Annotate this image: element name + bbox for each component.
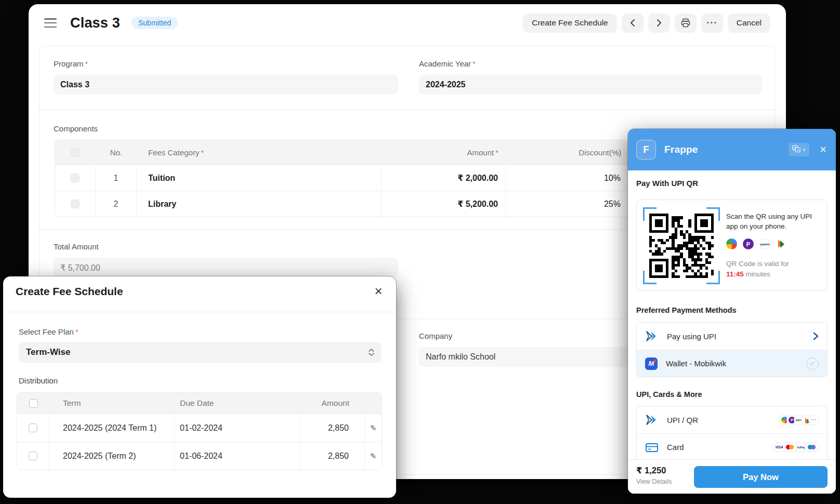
academic-year-field[interactable]: 2024-2025	[419, 75, 762, 95]
qr-finder	[694, 214, 714, 233]
upi-icon	[645, 330, 659, 342]
bhim-icon	[776, 238, 787, 249]
row-checkbox[interactable]	[29, 423, 37, 432]
edit-row-button[interactable]: ✎	[365, 414, 382, 442]
phonepe-icon: P	[743, 238, 754, 249]
upi-cards-more-list: UPI / QR P paytm ··· Card VISA RuPay	[636, 406, 828, 461]
fee-plan-select[interactable]: Term-Wise	[19, 342, 382, 363]
distribution-table: Term Due Date Amount 2024-2025 (2024 Ter…	[17, 392, 382, 470]
select-all-checkbox[interactable]	[71, 148, 80, 157]
paytm-icon: paytm	[759, 238, 770, 249]
col-due-date: Due Date	[175, 393, 300, 414]
svg-text:A: A	[796, 148, 799, 152]
mobikwik-icon: M	[645, 357, 658, 370]
qr-finder	[649, 214, 668, 233]
screen: Class 3 Submitted Create Fee Schedule ··…	[0, 0, 840, 504]
gpay-icon	[726, 238, 737, 249]
total-amount-field: ₹ 5,700.00	[54, 258, 398, 277]
ellipsis-icon: ···	[706, 18, 717, 29]
upi-app-chips: P paytm ···	[780, 415, 819, 425]
fee-plan-label: Select Fee Plan*	[19, 327, 78, 336]
next-button[interactable]	[648, 14, 670, 33]
chevron-down-icon: ∨	[803, 147, 806, 152]
program-label: Program*	[54, 59, 88, 68]
menu-icon[interactable]	[44, 18, 57, 28]
status-badge: Submitted	[132, 17, 178, 29]
qr-box: Scan the QR using any UPI app on your ph…	[636, 200, 828, 291]
row-checkbox[interactable]	[29, 452, 37, 460]
row-checkbox[interactable]	[71, 200, 80, 208]
col-amount: Amount	[300, 393, 365, 414]
upi-icon	[645, 414, 659, 426]
col-no: No.	[96, 140, 137, 165]
brand-name: Frappe	[664, 144, 698, 155]
total-amount-label: Total Amount	[54, 242, 99, 251]
pay-using-upi-item[interactable]: Pay using UPI	[637, 323, 827, 350]
card-network-chips: VISA RuPay	[772, 443, 819, 452]
cancel-button[interactable]: Cancel	[728, 14, 770, 33]
printer-icon	[681, 18, 690, 28]
row-checkbox[interactable]	[71, 174, 80, 182]
col-term: Term	[49, 393, 175, 414]
more-options-button[interactable]: ···	[701, 14, 723, 33]
components-section-label: Components	[54, 124, 98, 133]
maestro-icon	[805, 443, 819, 452]
payment-panel: F Frappe あA ∨ × Pay With UPI QR	[628, 129, 836, 494]
titlebar: Class 3 Submitted Create Fee Schedule ··…	[29, 4, 786, 42]
create-fee-schedule-modal: Create Fee Schedule × Select Fee Plan* T…	[3, 276, 396, 498]
close-icon: ×	[374, 283, 382, 299]
payment-footer: ₹ 1,250 View Details Pay Now	[628, 459, 836, 494]
create-fee-schedule-button[interactable]: Create Fee Schedule	[523, 14, 616, 33]
pay-now-button[interactable]: Pay Now	[694, 466, 828, 488]
toolbar-actions: Create Fee Schedule ··· Cancel	[523, 14, 770, 33]
col-amount: Amount*	[382, 140, 506, 165]
payment-header: F Frappe あA ∨ ×	[628, 129, 836, 170]
qr-timer: 11:45	[726, 270, 744, 278]
qr-frame	[643, 207, 720, 284]
language-button[interactable]: あA ∨	[789, 143, 810, 156]
distribution-table-header: Term Due Date Amount	[17, 393, 382, 414]
chevron-right-icon	[813, 332, 819, 340]
prev-button[interactable]	[622, 14, 644, 33]
qr-validity-text: QR Code is valid for 11:45 minutes	[726, 259, 822, 280]
chevron-left-icon	[629, 19, 636, 27]
payment-close-button[interactable]: ×	[820, 143, 826, 156]
print-button[interactable]	[675, 14, 697, 33]
qr-scan-text: Scan the QR using any UPI app on your ph…	[726, 211, 822, 231]
mastercard-icon	[783, 443, 797, 452]
payable-amount: ₹ 1,250	[636, 466, 666, 475]
pencil-icon: ✎	[370, 452, 377, 460]
company-label: Company	[419, 331, 452, 340]
frappe-logo: F	[636, 140, 656, 160]
qr-finder	[649, 259, 668, 278]
select-caret-icon	[369, 349, 374, 356]
modal-title: Create Fee Schedule	[16, 285, 123, 298]
program-field[interactable]: Class 3	[54, 75, 398, 95]
edit-row-button[interactable]: ✎	[365, 442, 382, 470]
distribution-row-1[interactable]: 2024-2025 (2024 Term 1) 01-02-2024 2,850…	[17, 414, 382, 442]
translate-icon: あA	[792, 145, 800, 154]
upi-app-icons: P paytm	[726, 238, 822, 249]
distribution-section-label: Distribution	[19, 376, 58, 385]
chevron-right-icon	[656, 19, 662, 27]
col-discount: Discount(%)	[506, 140, 629, 165]
col-fees-category: Fees Category*	[137, 140, 382, 165]
card-item[interactable]: Card VISA RuPay	[637, 433, 827, 460]
select-all-checkbox[interactable]	[29, 399, 38, 408]
more-apps-icon: ···	[809, 415, 819, 425]
academic-year-label: Academic Year*	[419, 59, 476, 68]
modal-close-button[interactable]: ×	[369, 282, 388, 300]
preferred-methods-title: Preferred Payment Methods	[636, 306, 737, 314]
card-icon	[645, 442, 659, 453]
check-circle-icon: ✓	[806, 357, 819, 370]
upi-qr-item[interactable]: UPI / QR P paytm ···	[637, 406, 827, 433]
distribution-row-2[interactable]: 2024-2025 (Term 2) 01-06-2024 2,850 ✎	[17, 442, 382, 470]
close-icon: ×	[820, 143, 826, 156]
pencil-icon: ✎	[370, 423, 377, 432]
upi-cards-more-title: UPI, Cards & More	[636, 390, 702, 399]
preferred-methods-list: Pay using UPI M Wallet - Mobikwik ✓	[636, 322, 828, 377]
view-details-link[interactable]: View Details	[636, 478, 672, 485]
page-title: Class 3	[70, 15, 120, 31]
upi-qr-section-title: Pay With UPI QR	[636, 179, 698, 188]
wallet-mobikwik-item[interactable]: M Wallet - Mobikwik ✓	[637, 350, 827, 377]
